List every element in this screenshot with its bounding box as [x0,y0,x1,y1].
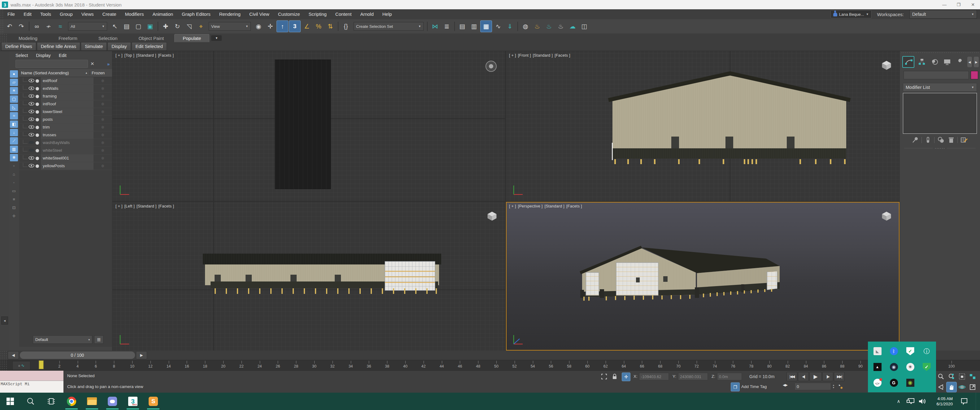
visibility-eye-icon[interactable] [29,125,34,130]
tab-motion[interactable] [929,57,940,67]
list-item[interactable]: whiteSteel001❄ [19,154,112,162]
tray-overflow-chevron[interactable]: ∧ [894,399,903,404]
filter-cameras-icon[interactable]: ▢ [10,95,18,103]
viewport-left-label-seg-1[interactable]: [Left ] [124,204,135,208]
frozen-snowflake-icon[interactable]: ❄ [94,78,112,83]
discord-icon[interactable]: ت [873,379,881,387]
zoom-extents-all-button[interactable] [967,371,978,382]
menu-scripting[interactable]: Scripting [304,9,331,19]
object-name[interactable]: posts [41,116,94,123]
pan-view-button[interactable] [946,382,957,393]
rollout-splitter[interactable] [904,148,976,151]
name-column-header[interactable]: Name (Sorted Ascending) [21,71,69,75]
rendered-frame-window-button[interactable]: ♨ [543,21,555,32]
named-selection-sets-dropdown[interactable]: Create Selection Set▼ [353,22,423,31]
viewport-perspective-label-seg-1[interactable]: [Perspective ] [518,204,543,208]
menu-civil-view[interactable]: Civil View [245,9,274,19]
explorer-tab-edit[interactable]: Edit [59,53,67,58]
selectable-dot-icon[interactable] [36,149,39,153]
viewport-front-label-seg-1[interactable]: [Front ] [518,53,531,57]
go-to-end-button[interactable]: ▶▶| [834,372,845,381]
viewcube-icon[interactable] [486,210,498,222]
viewport-front-label-seg-3[interactable]: [Facets ] [555,53,570,57]
visibility-eye-icon[interactable] [29,164,34,168]
toggle-scene-explorer-button[interactable]: ▤ [457,21,468,32]
selection-filter-dropdown[interactable]: All▼ [68,22,107,31]
viewport-perspective-label-seg-2[interactable]: [Standard ] [545,204,565,208]
corsair-icon[interactable]: ▲ [873,363,881,371]
select-and-link-button[interactable]: ∞ [31,21,43,32]
selection-lock-toggle[interactable] [611,372,619,381]
nvidia-icon[interactable]: ◉ [906,379,914,387]
panel-scroll-left-button[interactable]: ◀ [967,57,972,67]
add-time-tag-icon[interactable]: ❐ [731,383,740,391]
list-item[interactable]: trusses❄ [19,131,112,139]
render-setup-button[interactable]: ♨ [531,21,543,32]
menu-animation[interactable]: Animation [148,9,177,19]
unlink-selection-button[interactable]: ≁ [43,21,54,32]
toggle-ribbon-button[interactable]: ▦ [480,21,492,32]
schematic-view-button[interactable]: ⇓ [504,21,515,32]
reference-coordinate-system-dropdown[interactable]: View▼ [209,22,251,31]
render-production-button[interactable]: ♨ [555,21,566,32]
align-button[interactable]: ≣ [441,21,452,32]
viewport-top-label-seg-3[interactable]: [Facets ] [158,53,174,57]
logitech-g-icon[interactable]: G [890,379,898,387]
frozen-snowflake-icon[interactable]: ❄ [94,117,112,122]
visibility-eye-icon[interactable] [29,79,34,83]
tab-modify[interactable] [902,56,914,68]
selectable-dot-icon[interactable] [36,126,39,129]
explorer-tool-5-icon[interactable]: ≡ [10,196,18,203]
menu-create[interactable]: Create [98,9,121,19]
object-name[interactable]: trusses [41,131,94,139]
filter-groups-icon[interactable]: ◧ [10,121,18,128]
select-object-button[interactable]: ↖ [109,21,121,32]
modifier-list-dropdown[interactable]: Modifier List ▼ [903,83,977,92]
object-name[interactable]: extWalls [41,85,94,92]
bluetooth-icon[interactable]: ᛒ [890,347,898,355]
frozen-snowflake-icon[interactable]: ❄ [94,148,112,153]
menu-views[interactable]: Views [77,9,98,19]
selectable-dot-icon[interactable] [36,141,39,145]
viewport-top-label-seg-1[interactable]: [Top ] [124,53,134,57]
expand-panel-icon[interactable]: » [107,61,110,67]
viewport-front-label-seg-0[interactable]: [ + ] [509,53,516,57]
menu-arnold[interactable]: Arnold [356,9,378,19]
minimize-button[interactable]: — [937,0,951,9]
frozen-column-header[interactable]: Frozen [89,71,112,75]
restore-button[interactable]: ❐ [951,0,966,9]
percent-snap-toggle-button[interactable]: % [313,21,324,32]
explorer-tool-1-icon[interactable]: ▫ [10,162,18,170]
select-and-rotate-button[interactable]: ↻ [172,21,183,32]
macro-recorder-pane[interactable] [0,371,64,381]
select-and-scale-button[interactable]: ◹ [184,21,195,32]
active-layer-dropdown[interactable]: Default ▾ [33,335,92,344]
ribbon-button-define-flows[interactable]: Define Flows [1,42,36,51]
visibility-eye-icon[interactable] [29,94,34,99]
orbit-button[interactable] [957,382,967,393]
taskbar-app-max-3ds[interactable] [123,393,143,410]
ribbon-tab-object-paint[interactable]: Object Paint [128,34,174,42]
visibility-eye-icon[interactable] [29,102,34,106]
render-in-cloud-button[interactable]: ☁ [567,21,578,32]
taskbar-app-chrome[interactable] [61,393,82,410]
rectangular-selection-region-button[interactable]: ▢ [133,21,144,32]
object-name[interactable]: intRoof [41,100,94,108]
list-item[interactable]: extWalls❄ [19,85,112,92]
visibility-eye-icon[interactable] [29,133,34,138]
taskbar-search-button[interactable] [21,393,41,410]
menu-rendering[interactable]: Rendering [215,9,245,19]
menu-edit[interactable]: Edit [19,9,36,19]
selectable-dot-icon[interactable] [36,157,39,160]
selectable-dot-icon[interactable] [36,103,39,106]
go-to-start-button[interactable]: |◀◀ [786,372,797,381]
object-name[interactable]: whiteSteel [41,147,94,154]
selectable-dot-icon[interactable] [36,164,39,168]
absolute-offset-mode-toggle[interactable]: ✛ [622,372,630,381]
list-item[interactable]: lowerSteel❄ [19,108,112,116]
selectable-dot-icon[interactable] [36,87,39,91]
material-editor-button[interactable]: ◍ [520,21,531,32]
visibility-eye-icon[interactable] [29,118,34,122]
clear-search-icon[interactable]: ✕ [91,61,94,67]
explorer-search-input[interactable] [16,60,88,68]
